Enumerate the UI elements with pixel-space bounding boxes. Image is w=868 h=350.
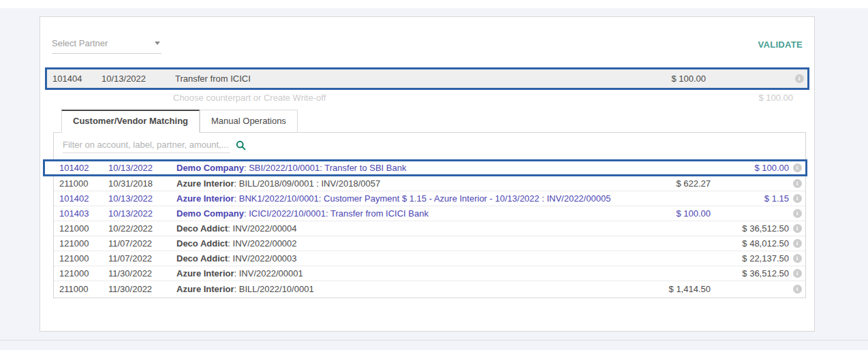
row-partner: Demo Company xyxy=(176,208,244,219)
row-label-rest: : BILL/2018/09/0001 : INV/2018/0057 xyxy=(234,178,381,189)
widget-header: Select Partner VALIDATE xyxy=(52,37,803,54)
info-icon[interactable]: i xyxy=(793,254,802,263)
table-row[interactable]: 121000 11/07/2022 Deco Addict: INV/2022/… xyxy=(54,236,805,251)
row-label: Azure Interior: BNK1/2022/10/0001: Custo… xyxy=(176,193,636,204)
filter-row xyxy=(54,133,805,158)
statement-line-row[interactable]: 101404 10/13/2022 Transfer from ICICI $ … xyxy=(45,67,809,90)
chevron-down-icon xyxy=(155,42,160,45)
row-partner: Demo Company xyxy=(176,163,244,173)
row-debit: $ 100.00 xyxy=(636,208,711,219)
row-account: 121000 xyxy=(54,253,108,264)
row-label: Demo Company: ICICI/2022/10/0001: Transf… xyxy=(176,208,636,219)
table-row[interactable]: 211000 11/30/2022 Azure Interior: BILL/2… xyxy=(54,281,805,296)
top-white-strip xyxy=(0,0,868,8)
counterpart-hint-label: Choose counterpart or Create Write-off xyxy=(173,93,633,103)
row-partner: Azure Interior xyxy=(176,268,234,279)
row-label: Azure Interior: BILL/2018/09/0001 : INV/… xyxy=(176,178,636,189)
row-partner: Azure Interior xyxy=(176,193,234,204)
row-credit: $ 100.00 xyxy=(711,163,789,173)
row-label: Demo Company: SBI/2022/10/0001: Transfer… xyxy=(176,163,636,173)
row-credit: $ 36,512.50 xyxy=(711,268,789,279)
row-credit: $ 1.15 xyxy=(711,193,789,204)
reconciliation-widget: Select Partner VALIDATE 101404 10/13/202… xyxy=(40,16,815,332)
row-label-rest: : BNK1/2022/10/0001: Customer Payment $ … xyxy=(234,193,611,204)
row-account: 211000 xyxy=(54,178,108,189)
filter-input[interactable] xyxy=(63,138,230,153)
row-credit: $ 36,512.50 xyxy=(711,223,789,234)
matching-rows: 101402 10/13/2022 Demo Company: SBI/2022… xyxy=(54,159,805,296)
statement-amount: $ 100.00 xyxy=(631,74,706,84)
table-row[interactable]: 101402 10/13/2022 Demo Company: SBI/2022… xyxy=(43,159,807,176)
statement-label: Transfer from ICICI xyxy=(175,74,631,84)
info-icon[interactable]: i xyxy=(793,194,802,203)
row-account: 121000 xyxy=(54,223,108,234)
row-date: 11/30/2022 xyxy=(108,284,176,294)
validate-button[interactable]: VALIDATE xyxy=(758,39,803,54)
row-account: 101402 xyxy=(54,163,108,173)
row-label-rest: : INV/2022/00001 xyxy=(234,268,303,279)
info-icon[interactable]: i xyxy=(793,224,802,233)
row-label: Azure Interior: INV/2022/00001 xyxy=(176,268,636,279)
info-icon[interactable]: i xyxy=(793,269,802,278)
statement-account: 101404 xyxy=(47,74,102,84)
info-icon[interactable]: i xyxy=(793,179,802,188)
row-date: 11/07/2022 xyxy=(108,253,176,264)
row-date: 11/30/2022 xyxy=(108,268,176,279)
statement-date: 10/13/2022 xyxy=(102,74,175,84)
select-partner-placeholder: Select Partner xyxy=(52,38,108,48)
row-account: 121000 xyxy=(54,268,108,279)
row-partner: Azure Interior xyxy=(176,284,234,294)
counterpart-hint-row: Choose counterpart or Create Write-off $… xyxy=(45,90,809,105)
row-label-rest: : INV/2022/00003 xyxy=(228,253,296,264)
tab-manual-operations[interactable]: Manual Operations xyxy=(200,110,298,133)
select-partner-dropdown[interactable]: Select Partner xyxy=(52,38,161,54)
row-label: Deco Addict: INV/2022/00002 xyxy=(176,238,636,249)
tab-customer-vendor-matching[interactable]: Customer/Vendor Matching xyxy=(61,110,200,133)
row-debit: $ 1,414.50 xyxy=(636,284,711,294)
row-partner: Azure Interior xyxy=(176,178,234,189)
row-partner: Deco Addict xyxy=(176,238,228,249)
row-debit: $ 622.27 xyxy=(636,178,711,189)
row-label-rest: : ICICI/2022/10/0001: Transfer from ICIC… xyxy=(244,208,429,219)
row-account: 101402 xyxy=(54,193,108,204)
table-row[interactable]: 101403 10/13/2022 Demo Company: ICICI/20… xyxy=(54,206,805,221)
page-bottom-divider xyxy=(0,340,868,340)
row-date: 10/31/2018 xyxy=(108,178,176,189)
row-label: Deco Addict: INV/2022/00004 xyxy=(176,223,636,234)
row-label-rest: : INV/2022/00002 xyxy=(228,238,296,249)
counterpart-hint-amount: $ 100.00 xyxy=(708,93,793,103)
row-label-rest: : INV/2022/00004 xyxy=(228,223,296,234)
row-date: 10/22/2022 xyxy=(108,223,176,234)
row-account: 211000 xyxy=(54,284,108,294)
tab-bar: Customer/Vendor Matching Manual Operatio… xyxy=(61,110,806,133)
table-row[interactable]: 101402 10/13/2022 Azure Interior: BNK1/2… xyxy=(54,191,805,206)
table-row[interactable]: 121000 11/07/2022 Deco Addict: INV/2022/… xyxy=(54,251,805,266)
search-icon[interactable] xyxy=(236,140,246,150)
row-account: 101403 xyxy=(54,208,108,219)
info-icon[interactable]: i xyxy=(793,163,802,172)
info-icon[interactable]: i xyxy=(793,239,802,248)
row-partner: Deco Addict xyxy=(176,223,228,234)
matching-table: 101402 10/13/2022 Demo Company: SBI/2022… xyxy=(53,132,806,298)
table-row[interactable]: 211000 10/31/2018 Azure Interior: BILL/2… xyxy=(54,176,805,191)
row-partner: Deco Addict xyxy=(176,253,228,264)
row-date: 11/07/2022 xyxy=(108,238,176,249)
row-credit: $ 22,137.50 xyxy=(711,253,789,264)
row-label: Deco Addict: INV/2022/00003 xyxy=(176,253,636,264)
table-row[interactable]: 121000 10/22/2022 Deco Addict: INV/2022/… xyxy=(54,221,805,236)
row-date: 10/13/2022 xyxy=(108,163,176,173)
info-icon[interactable]: i xyxy=(793,209,802,218)
row-label-rest: : BILL/2022/10/0001 xyxy=(234,284,314,294)
table-row[interactable]: 121000 11/30/2022 Azure Interior: INV/20… xyxy=(54,266,805,281)
row-account: 121000 xyxy=(54,238,108,249)
row-label-rest: : SBI/2022/10/0001: Transfer to SBI Bank xyxy=(244,163,406,173)
row-credit: $ 48,012.50 xyxy=(711,238,789,249)
info-icon[interactable]: i xyxy=(793,285,802,293)
info-icon[interactable]: i xyxy=(795,74,804,83)
row-label: Azure Interior: BILL/2022/10/0001 xyxy=(176,284,636,294)
row-date: 10/13/2022 xyxy=(108,193,176,204)
row-date: 10/13/2022 xyxy=(108,208,176,219)
